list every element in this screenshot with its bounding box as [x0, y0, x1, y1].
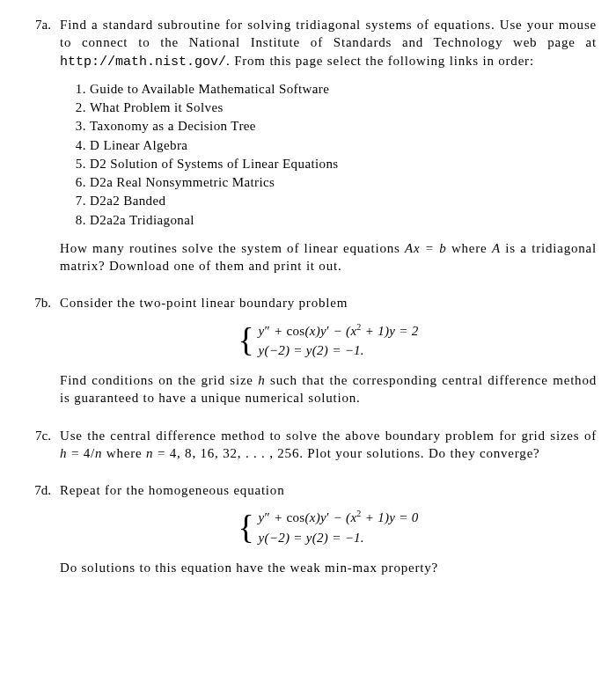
problem-7a: 7a. Find a standard subroutine for solvi… — [19, 16, 597, 283]
problem-body-7a: Find a standard subroutine for solving t… — [60, 16, 597, 283]
problem-body-7b: Consider the two-point linear boundary p… — [60, 294, 597, 415]
sys-lines-b: y″ + cos(x)y′ − (x2 + 1)y = 2 y(−2) = y(… — [258, 321, 418, 360]
p7b-q-a: Find conditions on the grid size — [60, 373, 258, 387]
p7c-math-h: h = 4/n — [60, 446, 102, 460]
link-item-5: D2 Solution of Systems of Linear Equatio… — [90, 155, 597, 172]
p7b-intro: Consider the two-point linear boundary p… — [60, 294, 597, 312]
link-item-8: D2a2a Tridiagonal — [90, 211, 597, 229]
link-item-4: D Linear Algebra — [90, 136, 597, 154]
link-item-1: Guide to Available Mathematical Software — [90, 80, 597, 98]
problem-label-7d: 7d. — [19, 481, 60, 585]
problem-7c: 7c. Use the central difference method to… — [19, 427, 597, 472]
p7d-intro: Repeat for the homogeneous equation — [60, 481, 597, 499]
p7b-equation-system: { y″ + cos(x)y′ − (x2 + 1)y = 2 y(−2) = … — [60, 321, 597, 360]
problem-7d: 7d. Repeat for the homogeneous equation … — [19, 481, 597, 585]
p7a-q-a: How many routines solve the system of li… — [60, 241, 405, 255]
brace-system-d: { y″ + cos(x)y′ − (x2 + 1)y = 0 y(−2) = … — [238, 508, 418, 546]
p7a-url: http://math.nist.gov/ — [60, 55, 226, 70]
link-item-6: D2a Real Nonsymmetric Matrics — [90, 173, 597, 191]
p7c-question: Use the central difference method to sol… — [60, 427, 597, 463]
problem-label-7b: 7b. — [19, 294, 60, 415]
problem-7b: 7b. Consider the two-point linear bounda… — [19, 294, 597, 415]
p7a-link-list: Guide to Available Mathematical Software… — [60, 80, 597, 229]
problem-body-7c: Use the central difference method to sol… — [60, 427, 597, 472]
p7d-eq1: y″ + cos(x)y′ − (x2 + 1)y = 0 — [258, 508, 418, 526]
link-item-3: Taxonomy as a Decision Tree — [90, 117, 597, 135]
p7a-math-A: A — [492, 241, 501, 255]
p7b-eq1: y″ + cos(x)y′ − (x2 + 1)y = 2 — [258, 321, 418, 340]
p7a-text1b: . From this page select the following li… — [226, 54, 534, 68]
p7c-math-n: n = 4, 8, 16, 32, . . . , 256 — [146, 446, 299, 460]
problem-label-7a: 7a. — [19, 16, 60, 283]
p7b-eq2: y(−2) = y(2) = −1. — [258, 341, 418, 359]
p7a-intro: Find a standard subroutine for solving t… — [60, 16, 597, 71]
p7d-eq2: y(−2) = y(2) = −1. — [258, 529, 418, 546]
p7b-math-h: h — [258, 373, 265, 387]
p7b-question: Find conditions on the grid size h such … — [60, 371, 597, 407]
p7c-a: Use the central difference method to sol… — [60, 429, 597, 443]
p7a-text1: Find a standard subroutine for solving t… — [60, 18, 597, 49]
p7d-equation-system: { y″ + cos(x)y′ − (x2 + 1)y = 0 y(−2) = … — [60, 508, 597, 546]
p7a-question: How many routines solve the system of li… — [60, 239, 597, 275]
problem-label-7c: 7c. — [19, 427, 60, 472]
p7a-q-b: where — [447, 241, 492, 255]
p7d-question: Do solutions to this equation have the w… — [60, 559, 597, 576]
p7a-math-axb: Ax = b — [405, 241, 446, 255]
p7c-b: where — [102, 446, 146, 460]
problem-body-7d: Repeat for the homogeneous equation { y″… — [60, 481, 597, 585]
brace-system-b: { y″ + cos(x)y′ − (x2 + 1)y = 2 y(−2) = … — [238, 321, 418, 360]
sys-lines-d: y″ + cos(x)y′ − (x2 + 1)y = 0 y(−2) = y(… — [258, 508, 418, 546]
link-item-2: What Problem it Solves — [90, 99, 597, 116]
left-brace-icon: { — [238, 510, 254, 544]
link-item-7: D2a2 Banded — [90, 192, 597, 209]
p7c-c: . Plot your solutions. Do they converge? — [299, 446, 539, 460]
left-brace-icon: { — [238, 323, 254, 356]
